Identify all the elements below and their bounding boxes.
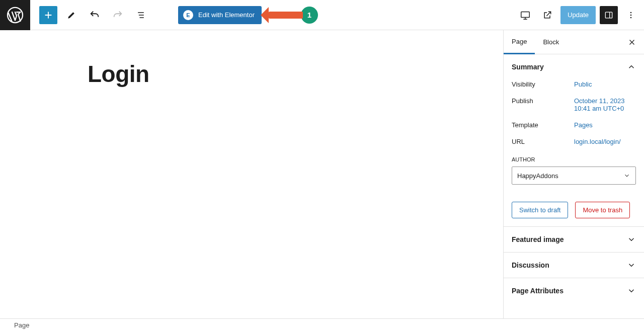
view-button[interactable] bbox=[516, 6, 534, 24]
settings-sidebar: Page Block Summary Visibility Public Pub… bbox=[503, 30, 644, 318]
undo-icon bbox=[89, 10, 100, 21]
publish-label: Publish bbox=[512, 97, 574, 105]
undo-button[interactable] bbox=[86, 6, 104, 24]
tab-page[interactable]: Page bbox=[504, 30, 535, 54]
author-label: AUTHOR bbox=[512, 156, 636, 162]
switch-to-draft-button[interactable]: Switch to draft bbox=[512, 202, 568, 218]
chevron-down-icon bbox=[627, 286, 636, 295]
featured-image-toggle[interactable]: Featured image bbox=[504, 227, 644, 253]
tools-button[interactable] bbox=[62, 6, 80, 24]
elementor-icon: E bbox=[183, 10, 193, 20]
redo-icon bbox=[112, 10, 123, 21]
summary-toggle[interactable]: Summary bbox=[512, 62, 636, 71]
featured-image-title: Featured image bbox=[512, 235, 564, 243]
footer-breadcrumb: Page bbox=[0, 318, 644, 331]
elementor-label: Edit with Elementor bbox=[198, 11, 255, 19]
author-value: HappyAddons bbox=[517, 172, 558, 180]
svg-rect-2 bbox=[605, 12, 612, 18]
chevron-down-icon bbox=[627, 235, 636, 244]
summary-section: Summary Visibility Public Publish Octobe… bbox=[504, 54, 644, 227]
editor-canvas[interactable]: Login bbox=[0, 30, 503, 318]
visibility-value[interactable]: Public bbox=[574, 80, 592, 88]
desktop-icon bbox=[520, 10, 531, 21]
url-label: URL bbox=[512, 138, 574, 145]
page-title[interactable]: Login bbox=[88, 60, 503, 88]
publish-value[interactable]: October 11, 2023 10:41 am UTC+0 bbox=[574, 97, 634, 112]
kebab-icon bbox=[626, 10, 636, 20]
svg-point-4 bbox=[630, 14, 632, 16]
author-select[interactable]: HappyAddons bbox=[512, 167, 636, 185]
settings-panel-toggle[interactable] bbox=[600, 6, 618, 24]
top-toolbar: E Edit with Elementor 1 Update bbox=[0, 0, 644, 30]
page-attributes-title: Page Attributes bbox=[512, 287, 564, 295]
template-label: Template bbox=[512, 121, 574, 129]
page-attributes-toggle[interactable]: Page Attributes bbox=[504, 278, 644, 303]
discussion-title: Discussion bbox=[512, 261, 549, 269]
wordpress-icon bbox=[6, 6, 24, 24]
template-value[interactable]: Pages bbox=[574, 121, 593, 129]
chevron-down-icon bbox=[627, 261, 636, 270]
svg-rect-1 bbox=[521, 12, 530, 17]
update-label: Update bbox=[568, 11, 589, 19]
svg-point-3 bbox=[630, 12, 632, 13]
tab-block[interactable]: Block bbox=[535, 30, 567, 54]
edit-with-elementor-button[interactable]: E Edit with Elementor bbox=[178, 6, 262, 24]
plus-icon bbox=[43, 10, 54, 21]
update-button[interactable]: Update bbox=[560, 6, 596, 24]
annotation-badge: 1 bbox=[301, 7, 318, 24]
summary-title: Summary bbox=[512, 63, 544, 71]
list-icon bbox=[136, 10, 146, 20]
wordpress-logo[interactable] bbox=[0, 0, 30, 30]
sidebar-icon bbox=[604, 10, 614, 20]
discussion-toggle[interactable]: Discussion bbox=[504, 253, 644, 278]
add-block-button[interactable] bbox=[39, 6, 57, 24]
footer-breadcrumb-text: Page bbox=[14, 321, 29, 329]
external-icon bbox=[542, 10, 552, 20]
view-page-button[interactable] bbox=[538, 6, 556, 24]
close-sidebar-button[interactable] bbox=[624, 34, 640, 50]
pencil-icon bbox=[66, 10, 76, 20]
visibility-label: Visibility bbox=[512, 80, 574, 88]
close-icon bbox=[627, 38, 636, 47]
document-overview-button[interactable] bbox=[132, 6, 150, 24]
url-value[interactable]: login.local/login/ bbox=[574, 138, 621, 145]
more-options-button[interactable] bbox=[622, 6, 640, 24]
chevron-down-icon bbox=[623, 172, 630, 179]
svg-point-5 bbox=[630, 17, 632, 18]
chevron-up-icon bbox=[627, 62, 636, 71]
redo-button bbox=[109, 6, 127, 24]
annotation-arrow: 1 bbox=[269, 7, 318, 24]
move-to-trash-button[interactable]: Move to trash bbox=[575, 202, 630, 218]
